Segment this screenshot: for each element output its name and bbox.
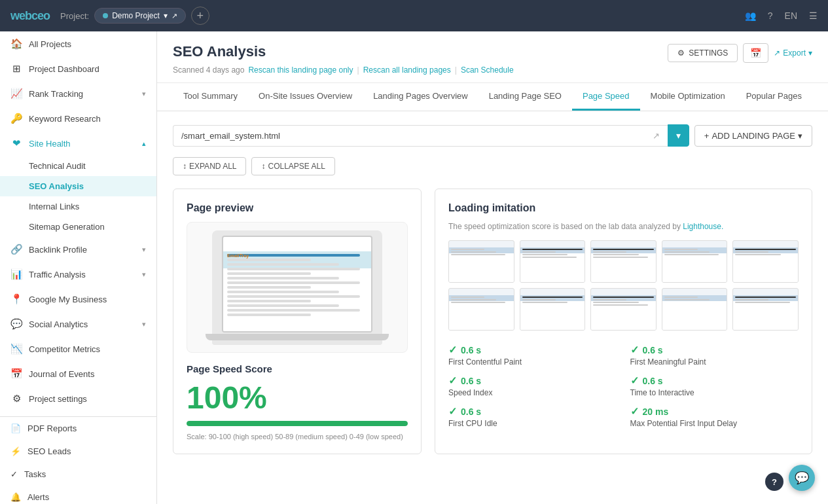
- sidebar: 🏠 All Projects ⊞ Project Dashboard 📈 Ran…: [0, 31, 157, 504]
- sidebar-item-journal-of-events[interactable]: 📅 Journal of Events: [0, 361, 156, 386]
- sidebar-item-all-projects[interactable]: 🏠 All Projects: [0, 31, 156, 56]
- add-landing-page-button[interactable]: + ADD LANDING PAGE ▾: [694, 125, 812, 147]
- metric-label: First Meaningful Paint: [630, 357, 799, 367]
- chat-bubble[interactable]: 💬: [789, 465, 815, 491]
- hamburger-icon[interactable]: ☰: [809, 10, 818, 21]
- tab-popular-pages[interactable]: Popular Pages: [736, 83, 812, 111]
- sidebar-item-google-my-business[interactable]: 📍 Google My Business: [0, 287, 156, 312]
- sidebar-item-site-health[interactable]: ❤ Site Health ▴: [0, 131, 156, 156]
- sidebar-item-keyword-research[interactable]: 🔑 Keyword Research: [0, 106, 156, 131]
- settings-button[interactable]: ⚙ SETTINGS: [668, 44, 738, 62]
- metric-time-to-interactive: ✓ 0.6 s Time to Interactive: [630, 374, 799, 397]
- sidebar-item-traffic-analysis[interactable]: 📊 Traffic Analysis ▾: [0, 262, 156, 287]
- tab-mobile-optimization[interactable]: Mobile Optimization: [640, 83, 736, 111]
- expand-label: EXPAND ALL: [189, 162, 236, 171]
- sidebar-item-label: All Projects: [29, 39, 71, 49]
- help-bubble[interactable]: ?: [765, 473, 783, 491]
- sidebar-item-competitor-metrics[interactable]: 📉 Competitor Metrics: [0, 336, 156, 361]
- leads-icon: ⚡: [10, 446, 21, 456]
- screenshot-thumb-1: [448, 240, 514, 283]
- help-icon[interactable]: ?: [768, 10, 773, 21]
- tab-landing-pages-overview[interactable]: Landing Pages Overview: [363, 83, 478, 111]
- chevron-down-icon: ▾: [808, 48, 812, 58]
- chevron-down-icon: ▾: [142, 245, 146, 254]
- cards-row: Page preview EmailTray: [173, 189, 812, 454]
- metric-score: ✓ 0.6 s: [448, 344, 617, 356]
- laptop-screen: EmailTray: [222, 236, 372, 333]
- collapse-icon: ↕: [261, 162, 265, 171]
- add-landing-label: ADD LANDING PAGE: [711, 131, 795, 141]
- sidebar-item-label: Project settings: [29, 394, 87, 404]
- screenshot-thumb-7: [520, 288, 586, 331]
- sidebar-item-sitemap-generation[interactable]: Sitemap Generation: [0, 217, 156, 237]
- language-selector[interactable]: EN: [785, 10, 797, 21]
- sidebar-item-social-analytics[interactable]: 💬 Social Analytics ▾: [0, 312, 156, 336]
- sidebar-item-backlink-profile[interactable]: 🔗 Backlink Profile ▾: [0, 237, 156, 262]
- sidebar-item-technical-audit[interactable]: Technical Audit: [0, 156, 156, 176]
- check-icon: ✓: [630, 374, 639, 387]
- thumb-line: [451, 249, 484, 250]
- tab-page-speed[interactable]: Page Speed: [572, 83, 640, 111]
- rescan-all-link[interactable]: Rescan all landing pages: [363, 65, 451, 75]
- tab-onsite-issues[interactable]: On-Site Issues Overview: [248, 83, 363, 111]
- sidebar-item-label: Journal of Events: [29, 369, 94, 379]
- collapse-all-button[interactable]: ↕ COLLAPSE ALL: [251, 157, 334, 175]
- thumb-line: [593, 304, 647, 306]
- tab-landing-page-seo[interactable]: Landing Page SEO: [478, 83, 572, 111]
- lighthouse-link[interactable]: Lighthouse.: [683, 222, 723, 231]
- sidebar-item-label: Site Health: [29, 139, 71, 149]
- loading-subtitle-text: The speed optimization score is based on…: [448, 222, 681, 231]
- url-display[interactable]: /smart_email_system.html ↗: [173, 125, 668, 147]
- screen-inner: EmailTray: [223, 251, 371, 333]
- thumb-line: [735, 249, 796, 250]
- thumb-line: [522, 257, 577, 258]
- export-label: Export: [783, 48, 806, 58]
- sidebar-item-internal-links[interactable]: Internal Links: [0, 196, 156, 217]
- project-selector[interactable]: Demo Project ▾ ↗: [94, 8, 186, 24]
- metric-label: First CPU Idle: [448, 419, 617, 428]
- main-layout: 🏠 All Projects ⊞ Project Dashboard 📈 Ran…: [0, 31, 828, 504]
- rescan-page-link[interactable]: Rescan this landing page only: [248, 65, 353, 75]
- journal-icon: 📅: [10, 368, 22, 380]
- logo: webceo: [10, 9, 50, 23]
- thumb-lines: [449, 247, 514, 258]
- team-icon[interactable]: 👥: [745, 10, 756, 21]
- external-link-icon: ↗: [171, 12, 177, 20]
- screen-line: [227, 268, 360, 270]
- sidebar-item-alerts[interactable]: 🔔 Alerts: [0, 486, 156, 504]
- expand-all-button[interactable]: ↕ EXPAND ALL: [173, 157, 246, 175]
- chevron-down-icon: ▾: [142, 320, 146, 329]
- page-speed-score-value: 100%: [187, 380, 408, 416]
- metric-value: 0.6 s: [461, 376, 481, 386]
- sidebar-item-seo-leads[interactable]: ⚡ SEO Leads: [0, 440, 156, 463]
- calendar-button[interactable]: 📅: [743, 43, 768, 63]
- thumb-inner: [449, 295, 514, 331]
- screen-line: [227, 291, 339, 293]
- thumb-line: [451, 254, 505, 255]
- sidebar-item-rank-tracking[interactable]: 📈 Rank Tracking ▾: [0, 81, 156, 106]
- chevron-down-icon: ▾: [142, 90, 146, 98]
- export-button[interactable]: ↗ Export ▾: [774, 48, 812, 58]
- thumb-line: [522, 251, 556, 253]
- thumb-line: [664, 254, 719, 255]
- sidebar-item-project-settings[interactable]: ⚙ Project settings: [0, 386, 156, 411]
- sidebar-item-label: Alerts: [27, 492, 49, 502]
- screenshot-thumb-8: [590, 288, 657, 331]
- screen-line: [227, 286, 311, 289]
- keyword-icon: 🔑: [10, 113, 22, 124]
- sidebar-item-seo-analysis[interactable]: SEO Analysis: [0, 176, 156, 196]
- thumb-line: [593, 302, 638, 303]
- sidebar-item-project-dashboard[interactable]: ⊞ Project Dashboard: [0, 56, 156, 81]
- url-dropdown-button[interactable]: ▾: [668, 124, 689, 147]
- sidebar-item-label: Traffic Analysis: [29, 270, 86, 279]
- thumb-line: [735, 299, 768, 300]
- dashboard-icon: ⊞: [10, 63, 22, 75]
- sidebar-item-tasks[interactable]: ✓ Tasks: [0, 463, 156, 486]
- tab-tool-summary[interactable]: Tool Summary: [173, 83, 248, 111]
- sep2: |: [455, 65, 457, 75]
- add-project-button[interactable]: +: [191, 7, 209, 25]
- tasks-icon: ✓: [10, 469, 18, 479]
- sidebar-item-pdf-reports[interactable]: 📄 PDF Reports: [0, 417, 156, 440]
- scan-schedule-link[interactable]: Scan Schedule: [461, 65, 514, 75]
- screen-line: [227, 263, 339, 266]
